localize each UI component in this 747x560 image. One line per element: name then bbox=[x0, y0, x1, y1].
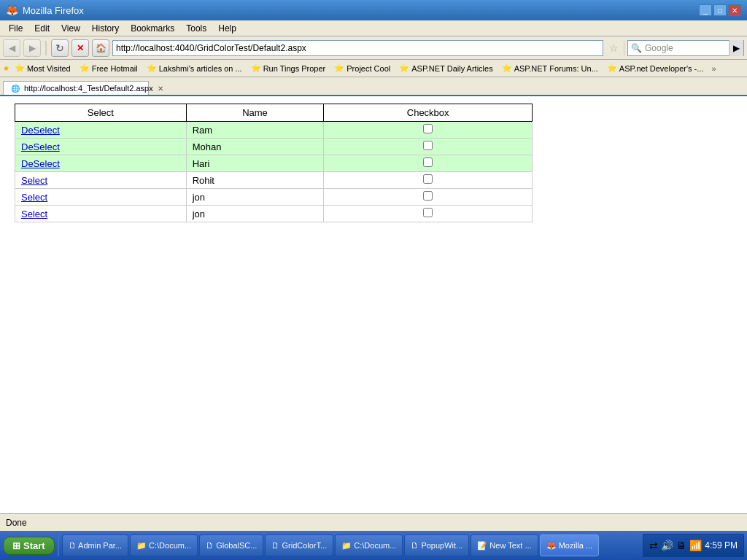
search-button[interactable]: ▶ bbox=[729, 40, 743, 56]
menu-tools[interactable]: Tools bbox=[180, 22, 212, 35]
data-grid: Select Name Checkbox DeSelectRamDeSelect… bbox=[15, 104, 533, 222]
deselect-link[interactable]: DeSelect bbox=[21, 141, 60, 152]
checkbox-cell bbox=[324, 122, 533, 139]
bookmarks-more-button[interactable]: » bbox=[708, 63, 719, 74]
tab-main[interactable]: 🌐 http://localhost:4_Test/Default2.aspx … bbox=[3, 81, 149, 95]
deselect-link[interactable]: DeSelect bbox=[21, 158, 60, 169]
bookmark-icon: ⭐ bbox=[251, 63, 261, 73]
table-row: DeSelectRam bbox=[15, 122, 533, 139]
tab-close-button[interactable]: ✕ bbox=[158, 85, 163, 93]
close-button[interactable]: ✕ bbox=[728, 4, 741, 16]
maximize-button[interactable]: □ bbox=[713, 4, 727, 16]
checkbox-cell bbox=[324, 139, 533, 155]
checkbox-cell bbox=[324, 172, 533, 189]
stop-button[interactable]: ✕ bbox=[71, 39, 89, 57]
bookmark-lakshmi[interactable]: ⭐Lakshmi's articles on ... bbox=[143, 62, 246, 74]
refresh-button[interactable]: ↻ bbox=[51, 39, 69, 57]
menu-edit[interactable]: Edit bbox=[28, 22, 55, 35]
bookmark-icon: ⭐ bbox=[147, 63, 157, 73]
menu-help[interactable]: Help bbox=[212, 22, 242, 35]
select-cell: Select bbox=[15, 189, 187, 206]
google-icon: 🔍 bbox=[628, 43, 645, 53]
column-header-select: Select bbox=[15, 104, 187, 122]
bookmark-aspnet-forums[interactable]: ⭐ASP.NET Forums: Un... bbox=[498, 62, 602, 74]
table-row: Selectjon bbox=[15, 206, 533, 222]
tab-bar: 🌐 http://localhost:4_Test/Default2.aspx … bbox=[0, 77, 747, 96]
bookmark-icon: ⭐ bbox=[334, 63, 344, 73]
row-checkbox[interactable] bbox=[423, 141, 433, 150]
name-cell: Mohan bbox=[186, 139, 324, 155]
row-checkbox[interactable] bbox=[423, 174, 433, 184]
bookmark-icon: ⭐ bbox=[80, 63, 90, 73]
minimize-button[interactable]: _ bbox=[699, 4, 712, 16]
table-row: DeSelectMohan bbox=[15, 139, 533, 155]
search-container[interactable]: 🔍 Google ▶ bbox=[627, 40, 744, 56]
table-row: SelectRohit bbox=[15, 172, 533, 189]
forward-button[interactable]: ▶ bbox=[23, 39, 41, 57]
column-header-name: Name bbox=[186, 104, 324, 122]
bookmark-icon: ⭐ bbox=[502, 63, 512, 73]
tab-label: http://localhost:4_Test/Default2.aspx bbox=[24, 84, 153, 93]
nav-bar: ◀ ▶ ↻ ✕ 🏠 http://localhost:4040/GridColo… bbox=[0, 36, 747, 60]
back-button[interactable]: ◀ bbox=[3, 39, 20, 57]
browser-icon: 🦊 bbox=[6, 4, 18, 16]
menu-bookmarks[interactable]: Bookmarks bbox=[125, 22, 180, 35]
bookmark-most-visited[interactable]: ⭐Most Visited bbox=[11, 62, 74, 74]
bookmark-run-tings[interactable]: ⭐Run Tings Proper bbox=[247, 62, 330, 74]
address-bar-container: http://localhost:4040/GridColorTest/Defa… bbox=[112, 40, 744, 56]
deselect-link[interactable]: DeSelect bbox=[21, 125, 60, 136]
name-cell: jon bbox=[186, 206, 324, 222]
select-link[interactable]: Select bbox=[21, 175, 47, 186]
table-row: Selectjon bbox=[15, 189, 533, 206]
name-cell: Rohit bbox=[186, 172, 324, 189]
menu-history[interactable]: History bbox=[86, 22, 125, 35]
select-cell: DeSelect bbox=[15, 122, 187, 139]
menu-bar: File Edit View History Bookmarks Tools H… bbox=[0, 20, 747, 36]
address-bar[interactable]: http://localhost:4040/GridColorTest/Defa… bbox=[112, 40, 603, 56]
home-button[interactable]: 🏠 bbox=[92, 39, 109, 57]
select-link[interactable]: Select bbox=[21, 192, 47, 203]
menu-file[interactable]: File bbox=[3, 22, 28, 35]
checkbox-cell bbox=[324, 189, 533, 206]
select-cell: DeSelect bbox=[15, 155, 187, 172]
row-checkbox[interactable] bbox=[423, 208, 433, 217]
bookmark-hotmail[interactable]: ⭐Free Hotmail bbox=[76, 62, 142, 74]
title-bar: 🦊 Mozilla Firefox _ □ ✕ bbox=[0, 0, 747, 20]
search-text: Google bbox=[645, 43, 729, 53]
row-checkbox[interactable] bbox=[423, 158, 433, 167]
bookmark-icon: ⭐ bbox=[15, 63, 25, 73]
bookmark-project-cool[interactable]: ⭐Project Cool bbox=[330, 62, 394, 74]
bookmarks-star-icon: ★ bbox=[3, 64, 9, 72]
bookmark-icon: ⭐ bbox=[607, 63, 617, 73]
column-header-checkbox: Checkbox bbox=[324, 104, 533, 122]
main-content: Select Name Checkbox DeSelectRamDeSelect… bbox=[0, 96, 747, 513]
tab-favicon: 🌐 bbox=[11, 85, 20, 93]
name-cell: Hari bbox=[186, 155, 324, 172]
name-cell: jon bbox=[186, 189, 324, 206]
bookmark-icon: ⭐ bbox=[399, 63, 409, 73]
checkbox-cell bbox=[324, 155, 533, 172]
menu-view[interactable]: View bbox=[55, 22, 86, 35]
bookmarks-bar: ★ ⭐Most Visited ⭐Free Hotmail ⭐Lakshmi's… bbox=[0, 60, 747, 77]
bookmark-aspnet-daily[interactable]: ⭐ASP.NET Daily Articles bbox=[395, 62, 496, 74]
select-cell: Select bbox=[15, 172, 187, 189]
table-row: DeSelectHari bbox=[15, 155, 533, 172]
name-cell: Ram bbox=[186, 122, 324, 139]
browser-title: Mozilla Firefox bbox=[23, 5, 84, 16]
select-cell: DeSelect bbox=[15, 139, 187, 155]
bookmark-star-button[interactable]: ☆ bbox=[606, 40, 621, 56]
select-link[interactable]: Select bbox=[21, 209, 47, 219]
select-cell: Select bbox=[15, 206, 187, 222]
bookmark-aspnet-dev[interactable]: ⭐ASP.net Developer's -... bbox=[603, 62, 708, 74]
address-text: http://localhost:4040/GridColorTest/Defa… bbox=[116, 43, 306, 53]
row-checkbox[interactable] bbox=[423, 191, 433, 201]
row-checkbox[interactable] bbox=[423, 124, 433, 133]
checkbox-cell bbox=[324, 206, 533, 222]
